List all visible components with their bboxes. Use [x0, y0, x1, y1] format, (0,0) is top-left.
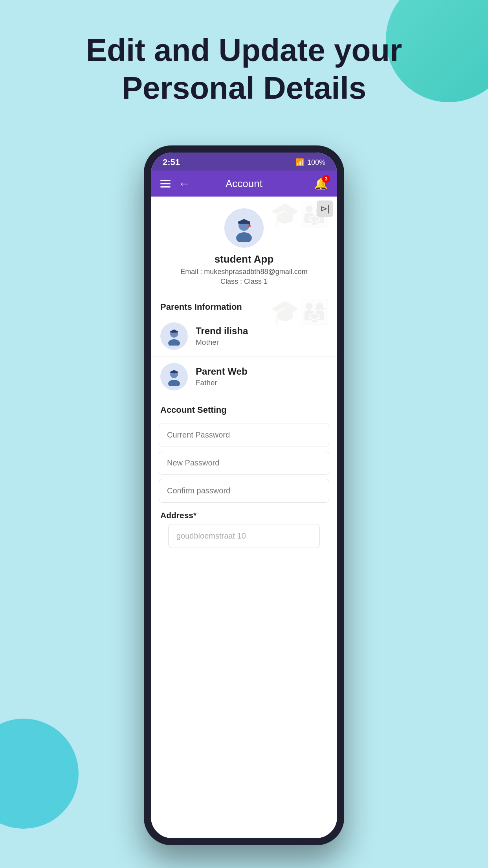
notification-badge: 3	[322, 175, 330, 183]
current-password-input[interactable]	[159, 423, 329, 447]
phone-mockup: 2:51 📶 100% ← Account 🔔 3	[144, 145, 344, 845]
parent-role-father: Father	[196, 379, 248, 387]
phone-screen: 2:51 📶 100% ← Account 🔔 3	[151, 153, 337, 838]
profile-section: ⊳|	[151, 197, 337, 294]
wifi-icon: 📶	[295, 158, 304, 167]
svg-point-1	[236, 232, 252, 242]
logout-icon: ⊳|	[320, 204, 330, 214]
profile-name: student App	[160, 253, 328, 265]
parent-item-mother: Trend ilisha Mother	[151, 316, 337, 357]
account-settings-section: Account Setting Address* goudbloemstraat…	[151, 397, 337, 562]
hero-section: Edit and Update your Personal Details	[0, 31, 488, 107]
profile-email: Email : mukeshprasadbth88@gmail.com	[160, 268, 328, 276]
back-button[interactable]: ←	[178, 177, 190, 190]
profile-class: Class : Class 1	[160, 278, 328, 286]
address-value: goudbloemstraat 10	[176, 531, 246, 540]
hamburger-menu[interactable]	[160, 180, 171, 188]
parent-name-father: Parent Web	[196, 366, 248, 377]
nav-title: Account	[226, 178, 262, 190]
notification-bell[interactable]: 🔔 3	[314, 177, 328, 190]
profile-avatar-wrapper	[224, 208, 264, 248]
svg-point-7	[168, 339, 180, 346]
svg-point-5	[248, 225, 251, 227]
logout-button[interactable]: ⊳|	[317, 200, 333, 217]
address-section: Address* goudbloemstraat 10	[151, 507, 337, 554]
address-input[interactable]: goudbloemstraat 10	[168, 524, 320, 548]
phone-shell: 2:51 📶 100% ← Account 🔔 3	[144, 145, 344, 845]
address-label: Address*	[160, 511, 328, 520]
nav-bar: ← Account 🔔 3	[151, 171, 337, 197]
svg-point-11	[168, 380, 180, 386]
battery-icon: 100%	[307, 158, 325, 167]
bg-circle-bottom	[0, 719, 79, 829]
parent-info-father: Parent Web Father	[196, 366, 248, 387]
parent-avatar-father	[160, 363, 188, 390]
new-password-input[interactable]	[159, 451, 329, 475]
hero-title: Edit and Update your Personal Details	[0, 31, 488, 107]
profile-avatar	[224, 208, 264, 248]
parent-item-father: Parent Web Father	[151, 357, 337, 397]
content-area: ⊳|	[151, 197, 337, 838]
status-bar: 2:51 📶 100%	[151, 153, 337, 171]
parents-section: Parents Information Trend	[151, 294, 337, 397]
parent-role-mother: Mother	[196, 338, 248, 347]
confirm-password-input[interactable]	[159, 479, 329, 503]
status-icons: 📶 100%	[295, 158, 325, 167]
parent-avatar-mother	[160, 322, 188, 350]
parent-info-mother: Trend ilisha Mother	[196, 326, 248, 347]
parent-name-mother: Trend ilisha	[196, 326, 248, 337]
account-settings-title: Account Setting	[151, 397, 337, 419]
status-time: 2:51	[163, 157, 180, 167]
parents-section-title: Parents Information	[151, 294, 337, 316]
